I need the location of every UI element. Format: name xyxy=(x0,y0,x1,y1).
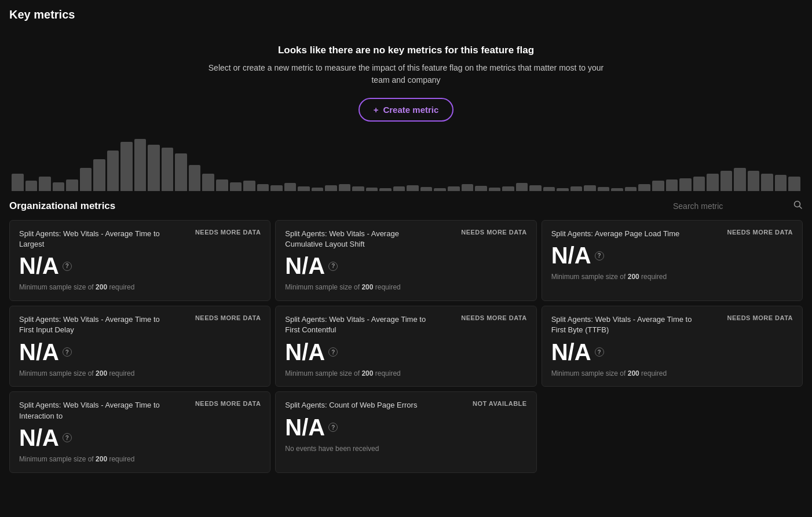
card-value: N/A ? xyxy=(19,253,261,279)
chart-bar xyxy=(189,165,201,191)
search-box xyxy=(673,200,803,212)
help-icon[interactable]: ? xyxy=(328,423,338,432)
chart-bar xyxy=(570,186,583,191)
card-title: Split Agents: Web Vitals - Average Time … xyxy=(551,314,696,335)
card-badge: NEEDS MORE DATA xyxy=(727,229,793,236)
chart-bar xyxy=(216,179,228,191)
metric-card[interactable]: Split Agents: Web Vitals - Average Time … xyxy=(542,306,803,387)
help-icon[interactable]: ? xyxy=(328,347,338,357)
chart-bar xyxy=(202,174,214,191)
card-title: Split Agents: Web Vitals - Average Time … xyxy=(19,229,164,250)
help-icon[interactable]: ? xyxy=(595,347,604,357)
card-title: Split Agents: Web Vitals - Average Time … xyxy=(19,314,164,335)
card-header: Split Agents: Web Vitals - Average Time … xyxy=(19,400,261,421)
metric-card[interactable]: Split Agents: Web Vitals - Average Time … xyxy=(275,306,536,387)
card-value-text: N/A xyxy=(285,253,325,279)
org-metrics-title: Organizational metrics xyxy=(9,200,115,212)
card-header: Split Agents: Count of Web Page Errors N… xyxy=(285,400,526,410)
metric-card[interactable]: Split Agents: Count of Web Page Errors N… xyxy=(275,391,536,472)
chart-bar xyxy=(53,182,65,191)
chart-bar xyxy=(148,145,160,191)
chart-bar xyxy=(598,187,610,191)
card-title: Split Agents: Average Page Load Time xyxy=(551,229,680,239)
card-header: Split Agents: Web Vitals - Average Time … xyxy=(551,314,793,335)
chart-bar xyxy=(420,187,433,191)
card-footer: Minimum sample size of 200 required xyxy=(551,369,793,379)
help-icon[interactable]: ? xyxy=(328,262,338,271)
chart-bar xyxy=(339,184,351,191)
help-icon[interactable]: ? xyxy=(63,262,72,271)
card-value-text: N/A xyxy=(19,253,59,279)
chart-bar xyxy=(720,171,733,191)
chart-bar xyxy=(93,159,105,191)
search-input[interactable] xyxy=(673,201,789,211)
card-value: N/A ? xyxy=(551,243,793,269)
hero-title: Looks like there are no key metrics for … xyxy=(12,45,800,56)
help-icon[interactable]: ? xyxy=(63,433,72,442)
metric-card[interactable]: Split Agents: Web Vitals - Average Cumul… xyxy=(275,220,536,301)
card-value: N/A ? xyxy=(551,339,793,365)
card-title: Split Agents: Web Vitals - Average Time … xyxy=(19,400,164,421)
org-header: Organizational metrics xyxy=(9,200,803,212)
chart-bar xyxy=(257,184,269,191)
chart-bar xyxy=(107,151,119,191)
card-header: Split Agents: Web Vitals - Average Cumul… xyxy=(285,229,526,250)
metric-card[interactable]: Split Agents: Average Page Load Time NEE… xyxy=(542,220,803,301)
chart-bar xyxy=(652,181,664,191)
chart-bar xyxy=(230,182,242,191)
chart-bar xyxy=(748,171,760,191)
card-value: N/A ? xyxy=(285,253,526,279)
chart-bar xyxy=(325,185,337,191)
chart-bar xyxy=(489,188,501,191)
chart-bar xyxy=(80,168,92,191)
chart-bar xyxy=(352,186,364,191)
chart-bar xyxy=(475,186,487,191)
chart-bar xyxy=(543,187,555,191)
card-footer: Minimum sample size of 200 required xyxy=(19,369,261,379)
help-icon[interactable]: ? xyxy=(63,347,72,357)
metrics-cards-last-row: Split Agents: Web Vitals - Average Time … xyxy=(9,391,803,472)
chart-bar xyxy=(625,187,637,191)
help-icon[interactable]: ? xyxy=(595,251,604,261)
card-badge: NEEDS MORE DATA xyxy=(195,400,261,407)
card-title: Split Agents: Count of Web Page Errors xyxy=(285,400,417,410)
chart-bar xyxy=(134,139,147,191)
card-value-text: N/A xyxy=(551,243,591,269)
card-header: Split Agents: Average Page Load Time NEE… xyxy=(551,229,793,239)
chart-bar xyxy=(557,188,569,191)
card-value: N/A ? xyxy=(19,425,261,451)
card-badge: NEEDS MORE DATA xyxy=(461,229,526,236)
card-value-text: N/A xyxy=(551,339,591,365)
card-footer: Minimum sample size of 200 required xyxy=(19,283,261,292)
chart-bar xyxy=(502,186,514,191)
card-value: N/A ? xyxy=(285,339,526,365)
card-title: Split Agents: Web Vitals - Average Cumul… xyxy=(285,229,430,250)
card-header: Split Agents: Web Vitals - Average Time … xyxy=(285,314,526,335)
hero-text: Looks like there are no key metrics for … xyxy=(12,45,800,133)
metric-card[interactable]: Split Agents: Web Vitals - Average Time … xyxy=(9,306,270,387)
chart-bar xyxy=(434,188,446,191)
metric-card[interactable]: Split Agents: Web Vitals - Average Time … xyxy=(9,220,270,301)
card-value-text: N/A xyxy=(285,415,325,441)
metrics-cards-grid: Split Agents: Web Vitals - Average Time … xyxy=(9,220,803,387)
card-value-text: N/A xyxy=(19,339,59,365)
card-badge: NEEDS MORE DATA xyxy=(195,314,261,321)
metric-card[interactable]: Split Agents: Web Vitals - Average Time … xyxy=(9,391,270,472)
card-value: N/A ? xyxy=(285,415,526,441)
chart-bar xyxy=(120,142,133,191)
create-metric-button[interactable]: + Create metric xyxy=(359,98,454,122)
card-title: Split Agents: Web Vitals - Average Time … xyxy=(285,314,430,335)
search-icon xyxy=(793,200,803,212)
chart-bar xyxy=(366,188,378,191)
card-footer: Minimum sample size of 200 required xyxy=(19,454,261,464)
svg-line-1 xyxy=(800,207,802,209)
chart-bar xyxy=(516,183,528,191)
chart-bar xyxy=(693,177,705,191)
chart-bar xyxy=(775,175,787,191)
chart-bar xyxy=(270,185,283,191)
chart-bar xyxy=(462,184,474,191)
chart-bar xyxy=(298,186,310,191)
chart-bar xyxy=(638,184,650,191)
chart-bar xyxy=(175,153,187,191)
chart-bar xyxy=(162,148,174,191)
